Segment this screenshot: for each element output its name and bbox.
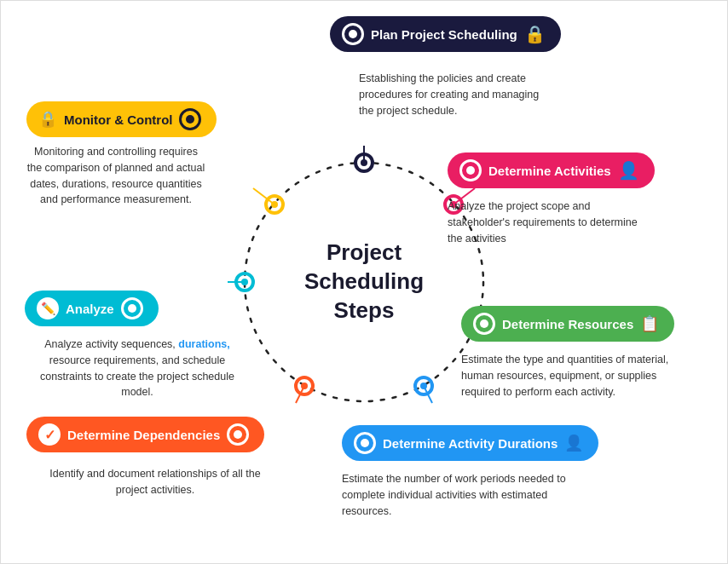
pill-circle-deps <box>227 423 249 446</box>
pill-monitor-label: Monitor & Control <box>64 112 172 127</box>
desc-deps: Identify and document relationships of a… <box>40 466 270 498</box>
pill-circle-analyze <box>121 297 143 319</box>
pill-circle-dr <box>473 313 495 335</box>
pill-circle-monitor <box>179 108 201 130</box>
pill-da-label: Determine Activities <box>488 164 611 178</box>
lock-icon: 🔒 <box>524 24 546 44</box>
lock-icon-monitor: 🔒 <box>38 110 57 129</box>
main-container: Project Scheduling Steps Plan Project Sc… <box>0 0 728 564</box>
pill-plan: Plan Project Scheduling 🔒 <box>330 16 561 52</box>
pill-deps-label: Determine Dependencies <box>67 428 220 442</box>
pill-circle-plan <box>342 23 364 45</box>
desc-dd: Estimate the number of work periods need… <box>342 471 589 519</box>
pill-analyze-label: Analyze <box>66 302 114 316</box>
pill-circle-dd <box>354 432 376 454</box>
pill-determine-activities: Determine Activities 👤 <box>448 153 655 188</box>
desc-analyze: Analyze activity sequences, durations, r… <box>26 337 248 400</box>
pill-analyze: ✏️ Analyze <box>25 291 159 326</box>
pill-determine-resources: Determine Resources 📋 <box>461 306 674 342</box>
desc-dr: Estimate the type and quantities of mate… <box>461 352 674 400</box>
pill-determine-durations: Determine Activity Durations 👤 <box>342 425 598 461</box>
analyze-highlight: durations, <box>178 338 229 350</box>
pill-dd-label: Determine Activity Durations <box>383 436 558 451</box>
doc-icon: 📋 <box>640 314 659 333</box>
pencil-icon: ✏️ <box>37 297 59 319</box>
pill-dr-label: Determine Resources <box>502 317 633 331</box>
desc-da: Analyze the project scope and stakeholde… <box>448 199 652 246</box>
pill-monitor: 🔒 Monitor & Control <box>26 101 217 137</box>
pill-determine-deps: ✓ Determine Dependencies <box>26 417 264 452</box>
desc-plan: Establishing the policies and create pro… <box>359 71 546 118</box>
person-icon-dd: 👤 <box>564 434 583 452</box>
pill-circle-da <box>459 159 482 181</box>
pill-plan-label: Plan Project Scheduling <box>371 27 517 42</box>
person-icon-da: 👤 <box>618 160 639 181</box>
desc-monitor: Monitoring and controlling requires the … <box>26 144 205 208</box>
check-icon: ✓ <box>38 423 61 446</box>
